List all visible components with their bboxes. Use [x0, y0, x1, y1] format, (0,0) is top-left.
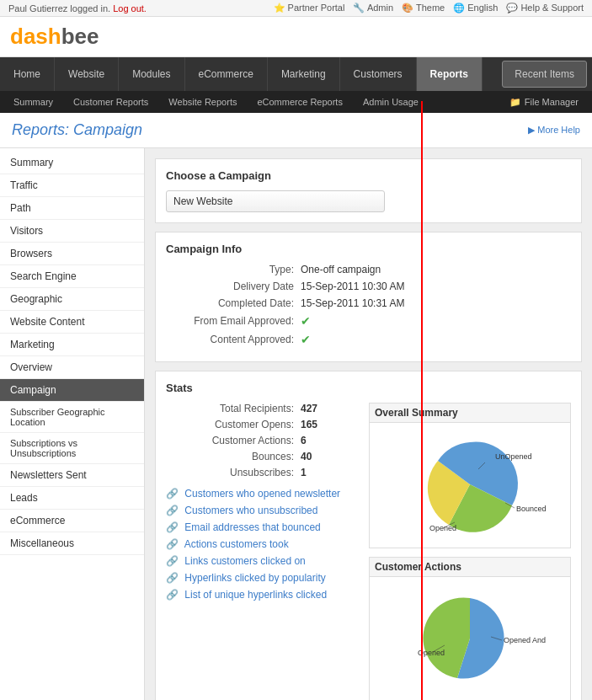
- theme-link[interactable]: 🎨 Theme: [402, 3, 445, 13]
- link-icon-3: 🔗: [166, 521, 179, 533]
- stat-links: 🔗 Customers who opened newsletter 🔗 Cust…: [166, 485, 360, 603]
- bounces-label: Bounces:: [166, 451, 301, 462]
- content-check: ✔: [301, 333, 311, 346]
- link-icon-6: 🔗: [166, 572, 179, 584]
- info-content-row: Content Approved: ✔: [166, 333, 571, 346]
- delivery-value: 15-Sep-2011 10:30 AM: [301, 281, 404, 292]
- bounces-value: 40: [301, 451, 312, 462]
- link-actions-took-anchor[interactable]: Actions customers took: [184, 538, 289, 550]
- overall-summary-svg: UnOpened Bounced Opened: [394, 434, 546, 535]
- logged-in-text: Paul Gutierrez logged in.: [8, 3, 110, 13]
- svg-text:Bounced: Bounced: [516, 505, 546, 513]
- sidebar-item-newsletters-sent[interactable]: Newsletters Sent: [0, 464, 144, 487]
- stats-left: Total Recipients: 427 Customer Opens: 16…: [166, 403, 360, 700]
- sidebar-item-visitors[interactable]: Visitors: [0, 220, 144, 243]
- top-bar-right: ⭐ Partner Portal 🔧 Admin 🎨 Theme 🌐 Engli…: [274, 3, 584, 13]
- delivery-label: Delivery Date: [166, 281, 301, 292]
- link-unsubscribed-anchor[interactable]: Customers who unsubscribed: [184, 505, 317, 516]
- svg-text:Opened: Opened: [418, 649, 445, 657]
- main-content: Choose a Campaign New Website Campaign 2…: [145, 148, 592, 700]
- main-nav: Home Website Modules eCommerce Marketing…: [0, 57, 592, 91]
- sidebar-item-summary[interactable]: Summary: [0, 152, 144, 174]
- actions-label: Customer Actions:: [166, 435, 301, 446]
- customer-actions-title: Customer Actions: [370, 558, 570, 577]
- link-unique-hyperlinks: 🔗 List of unique hyperlinks clicked: [166, 586, 360, 603]
- stat-recipients: Total Recipients: 427: [166, 403, 360, 414]
- nav-website[interactable]: Website: [55, 57, 119, 91]
- page-title: Reports: Campaign: [12, 121, 142, 139]
- link-icon-2: 🔗: [166, 505, 179, 516]
- overall-summary-title: Overall Summary: [370, 403, 570, 423]
- link-icon-1: 🔗: [166, 488, 179, 500]
- nav-home[interactable]: Home: [0, 57, 55, 91]
- campaign-info-title: Campaign Info: [166, 243, 571, 255]
- sidebar-item-miscellaneous[interactable]: Miscellaneous: [0, 532, 144, 555]
- link-links-clicked: 🔗 Links customers clicked on: [166, 553, 360, 569]
- nav-reports[interactable]: Reports: [417, 57, 483, 91]
- sidebar-item-search-engine[interactable]: Search Engine: [0, 265, 144, 288]
- stats-section: Stats Total Recipients: 427 Customer Ope…: [155, 371, 582, 700]
- partner-portal-link[interactable]: ⭐ Partner Portal: [274, 3, 345, 13]
- choose-campaign-title: Choose a Campaign: [166, 169, 571, 182]
- link-opened-newsletter-anchor[interactable]: Customers who opened newsletter: [184, 488, 340, 500]
- sidebar-item-overview[interactable]: Overview: [0, 356, 144, 379]
- actions-value: 6: [301, 435, 307, 446]
- logo-bar: dashbee: [0, 17, 592, 57]
- file-manager-link[interactable]: 📁 File Manager: [499, 92, 589, 113]
- nav-marketing[interactable]: Marketing: [268, 57, 340, 91]
- stats-main: Total Recipients: 427 Customer Opens: 16…: [166, 403, 571, 700]
- customer-actions-chart: Customer Actions Opened Opened And A...: [369, 557, 571, 700]
- sidebar-item-marketing[interactable]: Marketing: [0, 334, 144, 356]
- recent-items-button[interactable]: Recent Items: [502, 61, 587, 88]
- campaign-select[interactable]: New Website Campaign 2 Campaign 3: [166, 190, 385, 212]
- top-bar: Paul Gutierrez logged in. Log out. ⭐ Par…: [0, 0, 592, 17]
- type-value: One-off campaign: [301, 264, 381, 275]
- sub-nav-website-reports[interactable]: Website Reports: [158, 91, 247, 113]
- info-type-row: Type: One-off campaign: [166, 264, 571, 275]
- help-link[interactable]: 💬 Help & Support: [506, 3, 584, 13]
- svg-text:Opened And A...: Opened And A...: [504, 636, 546, 644]
- sidebar-item-campaign[interactable]: Campaign: [0, 379, 144, 402]
- campaign-info-section: Campaign Info Type: One-off campaign Del…: [155, 232, 582, 362]
- opens-label: Customer Opens:: [166, 419, 301, 430]
- link-hyperlinks-popularity-anchor[interactable]: Hyperlinks clicked by popularity: [184, 572, 325, 584]
- page-header: Reports: Campaign ▶ More Help: [0, 113, 592, 148]
- unsubscribes-label: Unsubscribes:: [166, 467, 301, 478]
- link-icon-7: 🔗: [166, 589, 179, 601]
- from-email-check: ✔: [301, 314, 311, 328]
- stat-opens: Customer Opens: 165: [166, 419, 360, 430]
- nav-customers[interactable]: Customers: [340, 57, 417, 91]
- sub-nav: Summary Customer Reports Website Reports…: [0, 91, 592, 113]
- link-icon-5: 🔗: [166, 555, 179, 567]
- link-opened-newsletter: 🔗 Customers who opened newsletter: [166, 485, 360, 502]
- sub-nav-summary[interactable]: Summary: [3, 91, 63, 113]
- link-email-bounced-anchor[interactable]: Email addresses that bounced: [184, 521, 320, 533]
- stat-actions: Customer Actions: 6: [166, 435, 360, 446]
- sidebar-item-subscriber-geo[interactable]: Subscriber Geographic Location: [0, 402, 144, 433]
- overall-summary-chart: Overall Summary: [369, 403, 571, 548]
- admin-link[interactable]: 🔧 Admin: [353, 3, 393, 13]
- more-help-link[interactable]: ▶ More Help: [528, 125, 580, 136]
- link-unique-hyperlinks-anchor[interactable]: List of unique hyperlinks clicked: [184, 589, 327, 601]
- sub-nav-ecommerce-reports[interactable]: eCommerce Reports: [247, 91, 352, 113]
- nav-modules[interactable]: Modules: [119, 57, 184, 91]
- type-label: Type:: [166, 264, 301, 275]
- unsubscribes-value: 1: [301, 467, 307, 478]
- sidebar-item-ecommerce[interactable]: eCommerce: [0, 510, 144, 532]
- sidebar-item-leads[interactable]: Leads: [0, 487, 144, 510]
- sidebar-item-traffic[interactable]: Traffic: [0, 174, 144, 197]
- stat-unsubscribes: Unsubscribes: 1: [166, 467, 360, 478]
- sidebar-item-path[interactable]: Path: [0, 197, 144, 220]
- nav-ecommerce[interactable]: eCommerce: [185, 57, 268, 91]
- sub-nav-admin-usage[interactable]: Admin Usage: [353, 91, 429, 113]
- link-links-clicked-anchor[interactable]: Links customers clicked on: [184, 555, 305, 567]
- stat-bounces: Bounces: 40: [166, 451, 360, 462]
- info-delivery-row: Delivery Date 15-Sep-2011 10:30 AM: [166, 281, 571, 292]
- logout-link[interactable]: Log out.: [113, 3, 147, 13]
- sidebar-item-subscriptions[interactable]: Subscriptions vs Unsubscriptions: [0, 433, 144, 464]
- sidebar-item-browsers[interactable]: Browsers: [0, 243, 144, 265]
- sub-nav-customer-reports[interactable]: Customer Reports: [63, 91, 158, 113]
- language-link[interactable]: 🌐 English: [453, 3, 498, 13]
- sidebar-item-geographic[interactable]: Geographic: [0, 288, 144, 311]
- sidebar-item-website-content[interactable]: Website Content: [0, 311, 144, 334]
